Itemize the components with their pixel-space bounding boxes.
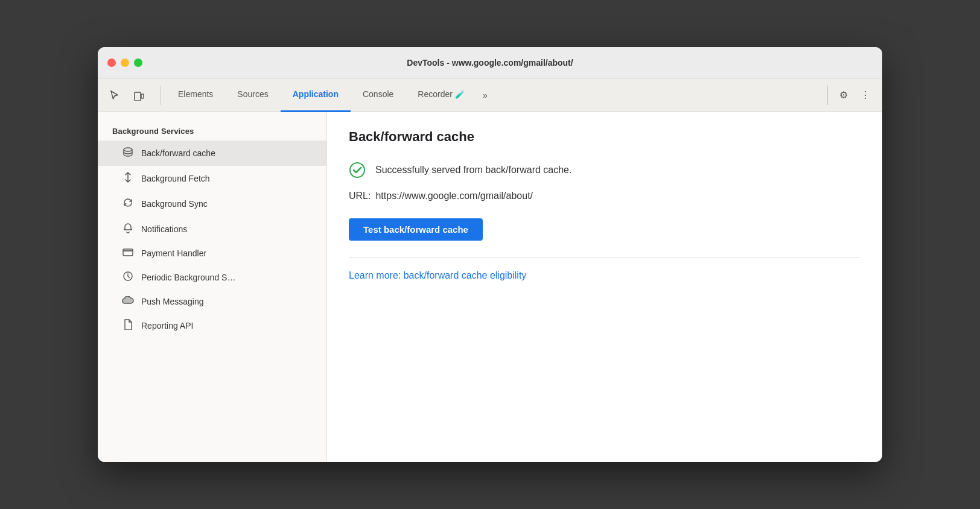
sidebar-item-push-messaging[interactable]: Push Messaging [98,290,326,313]
sidebar-section-title: Background Services [98,122,326,141]
sidebar-item-label-background-fetch: Background Fetch [141,174,210,183]
bell-icon [122,223,134,236]
toolbar-right: ⚙ ⋮ [824,86,875,105]
svg-rect-1 [141,94,144,98]
database-icon [122,147,134,160]
toolbar: Elements Sources Application Console Rec… [98,78,882,112]
devtools-window: DevTools - www.google.com/gmail/about/ E… [98,47,882,462]
sidebar-item-label-notifications: Notifications [141,224,187,234]
window-title: DevTools - www.google.com/gmail/about/ [407,58,573,68]
svg-rect-0 [135,92,141,101]
tab-application[interactable]: Application [281,78,351,112]
traffic-lights [107,58,142,67]
more-options-button[interactable]: ⋮ [856,86,875,105]
url-value: https://www.google.com/gmail/about/ [375,191,533,201]
sidebar: Background Services Back/forward cache [98,112,327,462]
document-icon [122,319,134,332]
success-row: Successfully served from back/forward ca… [349,162,861,179]
sidebar-item-background-sync[interactable]: Background Sync [98,191,326,217]
learn-more-link[interactable]: Learn more: back/forward cache eligibili… [349,270,526,280]
success-message: Successfully served from back/forward ca… [375,165,571,175]
cloud-icon [122,296,134,307]
content-title: Back/forward cache [349,129,861,145]
settings-button[interactable]: ⚙ [834,86,853,105]
sidebar-item-label-reporting-api: Reporting API [141,321,193,330]
svg-rect-3 [123,249,133,256]
sidebar-item-periodic-background-sync[interactable]: Periodic Background S… [98,265,326,290]
divider [349,258,861,258]
sidebar-item-background-fetch[interactable]: Background Fetch [98,166,326,191]
test-cache-button[interactable]: Test back/forward cache [349,218,483,241]
more-tabs-button[interactable]: » [477,78,494,112]
sidebar-item-label-periodic-background-sync: Periodic Background S… [141,273,235,282]
main-area: Background Services Back/forward cache [98,112,882,462]
right-divider [827,86,828,105]
sidebar-item-payment-handler[interactable]: Payment Handler [98,242,326,265]
svg-point-2 [124,148,132,151]
toolbar-icons [105,86,148,105]
sidebar-item-label-back-forward-cache: Back/forward cache [141,148,215,158]
tabs: Elements Sources Application Console Rec… [166,78,824,112]
close-button[interactable] [107,58,116,67]
tab-recorder[interactable]: Recorder 🧪 [406,78,477,112]
arrows-updown-icon [122,172,134,185]
toolbar-divider [161,86,161,105]
maximize-button[interactable] [134,58,142,67]
url-row: URL: https://www.google.com/gmail/about/ [349,191,861,201]
success-icon [349,162,366,179]
svg-point-5 [350,163,364,177]
sidebar-item-notifications[interactable]: Notifications [98,217,326,242]
url-label: URL: [349,191,371,201]
sidebar-item-label-payment-handler: Payment Handler [141,248,206,258]
content-panel: Back/forward cache Successfully served f… [327,112,882,462]
sidebar-item-reporting-api[interactable]: Reporting API [98,313,326,338]
tab-console[interactable]: Console [351,78,406,112]
minimize-button[interactable] [121,58,129,67]
payment-icon [122,248,134,259]
sidebar-item-label-push-messaging: Push Messaging [141,297,204,306]
sync-icon [122,197,134,210]
flask-icon: 🧪 [455,90,465,99]
tab-sources[interactable]: Sources [225,78,280,112]
cursor-tool-button[interactable] [105,86,124,105]
tab-elements[interactable]: Elements [166,78,225,112]
sidebar-item-label-background-sync: Background Sync [141,199,208,209]
clock-icon [122,271,134,284]
device-toolbar-button[interactable] [129,86,148,105]
title-bar: DevTools - www.google.com/gmail/about/ [98,47,882,78]
sidebar-item-back-forward-cache[interactable]: Back/forward cache [98,141,326,166]
